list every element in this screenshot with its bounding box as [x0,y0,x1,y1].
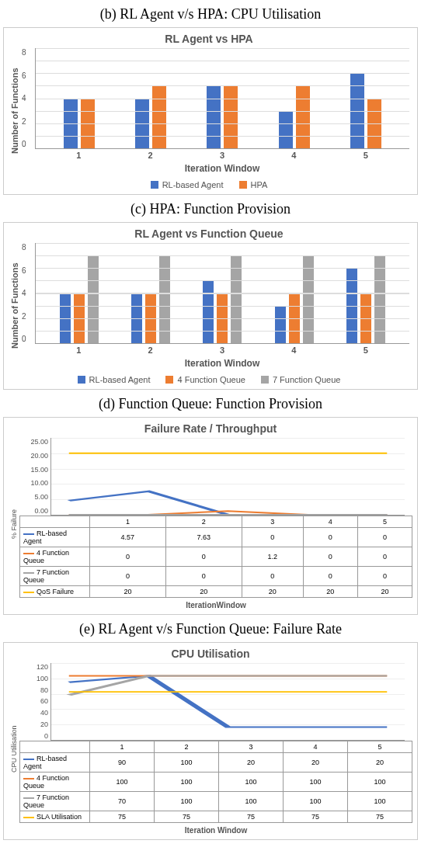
bar [81,99,95,149]
table-cell: 0 [357,547,412,567]
legend-swatch [239,181,247,189]
bar [152,85,166,148]
series-name: SLA Utilisation [37,813,82,821]
x-axis-label: IterationWindow [19,601,412,609]
bar [203,280,214,343]
bar [296,85,310,148]
y-tick: 6 [22,266,26,275]
y-tick: 2 [22,312,26,321]
y-tick: 80 [25,686,48,694]
y-axis-label: CPU Utilisation [9,663,19,835]
plot-wrap: Number of Functions 02468 12345 Iteratio… [9,48,409,174]
chart-title: RL Agent vs Function Queue [9,227,409,240]
table-cell: 1.2 [242,547,303,567]
table-cell: 75 [348,811,412,823]
bar [60,293,71,344]
bar [131,293,142,344]
legend-item: RL-based Agent [78,375,151,384]
x-tick: 1 [76,345,81,355]
table-cell: 0 [303,528,357,547]
y-tick: 20.00 [25,452,48,460]
y-tick: 5.00 [25,493,48,501]
table-cell: 0 [165,547,242,567]
line-plot: 0.005.0010.0015.0020.0025.00 [50,438,405,516]
table-cell: 20 [284,753,348,773]
y-ticks: 020406080100120 [25,663,48,740]
x-labels: 12345 [35,149,409,160]
chart-rl-vs-fq: RL Agent vs Function Queue Number of Fun… [3,222,418,390]
y-tick: 10.00 [25,479,48,487]
table-cell: 100 [219,773,284,792]
plot-wrap: Number of Functions 02468 12345 Iteratio… [9,243,409,369]
legend-label: 4 Function Queue [177,375,245,384]
legend-label: 7 Function Queue [273,375,340,384]
table-cell-series: SLA Utilisation [20,811,90,823]
table-cell: 0 [303,567,357,586]
x-tick: 3 [220,345,224,355]
x-tick: 4 [291,345,296,355]
bar [88,255,99,343]
bar-group [131,243,170,343]
bar-group [203,243,242,343]
legend-swatch [261,376,269,384]
table-cell: 0 [242,528,303,547]
bar-group [60,243,99,343]
bar [350,73,364,148]
x-axis-label: Iteration Window [35,163,409,174]
x-tick: 4 [291,151,296,160]
bar-group [64,48,95,148]
bar [224,85,238,148]
table-cell: 75 [90,811,155,823]
x-tick: 5 [364,151,368,160]
table-row: RL-based Agent90100202020 [20,753,412,773]
legend: RL-based Agent4 Function Queue7 Function… [9,375,409,384]
legend-item: 4 Function Queue [165,375,245,384]
table-cell: 1 [90,516,166,528]
bar [275,306,286,343]
table-cell-series: 4 Function Queue [20,773,90,792]
legend-item: HPA [239,180,268,189]
legend-swatch [78,376,85,384]
table-cell: 70 [90,792,155,811]
table-row: QoS Failure2020202020 [20,586,412,598]
y-ticks: 0.005.0010.0015.0020.0025.00 [25,438,48,515]
x-axis-label: Iteration Window [19,826,412,835]
table-cell-series: RL-based Agent [20,528,90,547]
caption-b: (b) RL Agent v/s HPA: CPU Utilisation [0,6,421,23]
data-table: 12345RL-based Agent4.577.630004 Function… [19,516,412,598]
table-row: 7 Function Queue70100100100100 [20,792,412,811]
table-cell [20,516,90,528]
table-cell: 100 [90,773,155,792]
legend-item: 7 Function Queue [261,375,340,384]
x-tick: 5 [364,345,368,355]
y-tick: 8 [22,243,26,252]
y-tick: 15.00 [25,466,48,474]
series-name: 7 Function Queue [23,793,69,809]
table-cell: 20 [348,753,412,773]
y-tick: 25.00 [25,438,48,446]
x-labels: 12345 [35,344,409,355]
x-tick: 2 [148,151,153,160]
y-ticks: 02468 [22,48,26,148]
y-tick: 4 [22,289,26,297]
bar [159,255,170,343]
y-tick: 0 [25,732,48,740]
legend-line [23,817,34,818]
chart-title: CPU Utilisation [9,648,412,660]
legend-swatch [151,181,158,189]
bar [360,293,371,344]
bar [289,293,300,344]
table-cell-series: 7 Function Queue [20,567,90,586]
bar [217,293,228,344]
caption-d: (d) Function Queue: Function Provision [0,396,421,412]
y-axis-label: Number of Functions [9,243,21,369]
bar [145,293,156,344]
table-cell: 100 [155,773,219,792]
bar-group [135,48,166,148]
table-cell: 5 [348,741,412,753]
table-cell: 100 [284,792,348,811]
x-axis-label: Iteration Window [35,358,409,369]
legend-line [23,592,34,593]
table-cell: 0 [165,567,242,586]
y-tick: 2 [22,117,26,126]
